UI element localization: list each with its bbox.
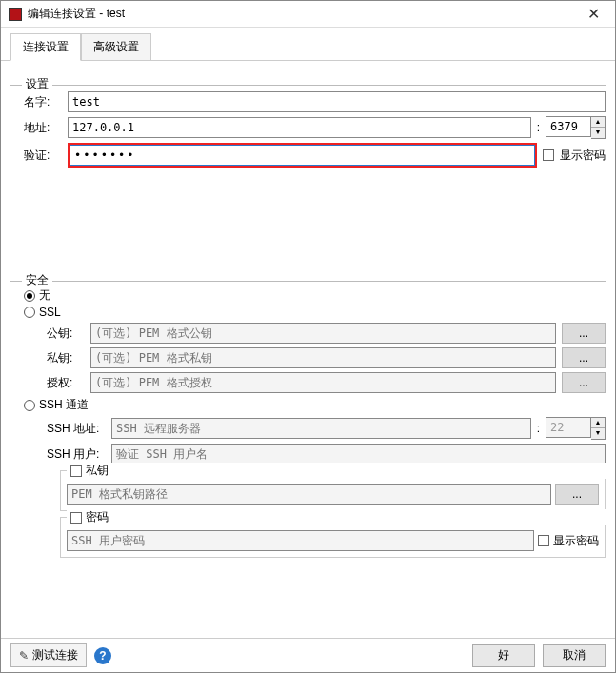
ssh-user-input xyxy=(111,444,606,465)
ok-button[interactable]: 好 xyxy=(472,644,535,667)
tabs-bar: 连接设置 高级设置 xyxy=(1,28,615,61)
ssh-colon-separator: : xyxy=(537,422,540,435)
ssh-private-key-browse-button[interactable]: ... xyxy=(555,484,599,505)
grant-browse-button[interactable]: ... xyxy=(562,372,606,393)
app-icon xyxy=(9,8,22,21)
private-key-browse-button[interactable]: ... xyxy=(562,347,606,368)
ssh-private-key-title: 私钥 xyxy=(86,463,109,479)
radio-none[interactable] xyxy=(24,290,35,302)
ssh-password-input xyxy=(67,530,534,551)
ssh-port-input xyxy=(546,417,591,438)
radio-ssl[interactable] xyxy=(24,307,35,318)
show-password-checkbox[interactable] xyxy=(543,149,554,161)
close-icon[interactable]: ✕ xyxy=(579,1,607,28)
address-label: 地址: xyxy=(24,120,62,136)
settings-group-label: 设置 xyxy=(22,76,52,92)
radio-ssh-tunnel[interactable] xyxy=(24,400,35,411)
address-input[interactable] xyxy=(68,117,531,138)
private-key-label: 私钥: xyxy=(47,350,85,366)
public-key-label: 公钥: xyxy=(47,326,85,342)
ssh-private-key-checkbox[interactable] xyxy=(70,465,82,477)
grant-label: 授权: xyxy=(47,375,85,391)
window-title: 编辑连接设置 - test xyxy=(28,6,573,22)
cancel-button[interactable]: 取消 xyxy=(543,644,606,667)
port-down-icon[interactable]: ▼ xyxy=(591,128,605,138)
test-connection-button[interactable]: ✎ 测试连接 xyxy=(10,643,87,667)
test-connection-label: 测试连接 xyxy=(32,647,78,663)
radio-ssh-tunnel-label: SSH 通道 xyxy=(39,397,89,413)
colon-separator: : xyxy=(537,121,540,134)
public-key-browse-button[interactable]: ... xyxy=(562,323,606,344)
tab-connection-settings[interactable]: 连接设置 xyxy=(10,33,81,61)
ssh-port-up-icon: ▲ xyxy=(591,418,605,428)
ssh-port-down-icon: ▼ xyxy=(591,428,605,439)
name-label: 名字: xyxy=(24,94,62,110)
plug-icon: ✎ xyxy=(19,649,29,663)
name-input[interactable] xyxy=(68,91,606,112)
auth-input[interactable] xyxy=(70,145,535,166)
ssh-show-password-checkbox[interactable] xyxy=(538,535,549,546)
ssh-password-checkbox[interactable] xyxy=(70,512,82,524)
ssh-user-label: SSH 用户: xyxy=(47,446,106,463)
port-input[interactable] xyxy=(546,116,591,137)
tab-advanced-settings[interactable]: 高级设置 xyxy=(81,33,151,60)
grant-input xyxy=(90,372,556,393)
private-key-input xyxy=(90,347,556,368)
port-up-icon[interactable]: ▲ xyxy=(591,117,605,128)
ssh-addr-input xyxy=(111,418,531,439)
ssh-password-title: 密码 xyxy=(86,509,109,525)
help-icon[interactable]: ? xyxy=(94,647,111,664)
show-password-label: 显示密码 xyxy=(560,148,606,164)
ssh-private-key-input xyxy=(67,484,551,505)
radio-ssl-label: SSL xyxy=(39,306,61,319)
public-key-input xyxy=(90,323,556,344)
ssh-show-password-label: 显示密码 xyxy=(553,533,599,549)
radio-none-label: 无 xyxy=(39,287,50,304)
auth-label: 验证: xyxy=(24,148,62,164)
security-group-label: 安全 xyxy=(22,272,52,288)
ssh-addr-label: SSH 地址: xyxy=(47,421,106,437)
